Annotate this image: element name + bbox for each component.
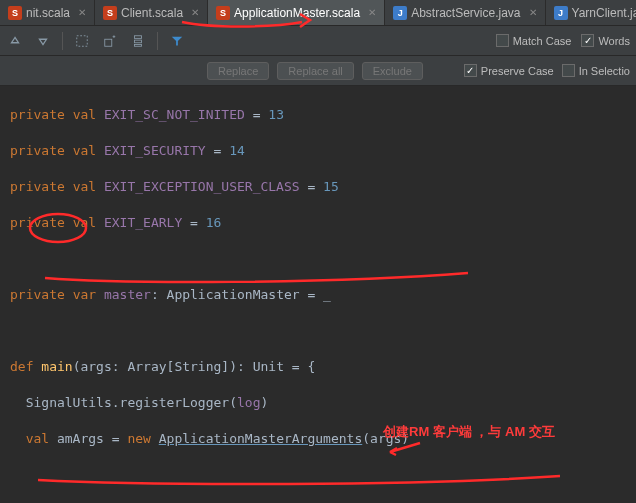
close-icon[interactable]: ✕ [368,7,376,18]
tab-label: YarnClient.jav [572,6,636,20]
scala-file-icon: S [103,6,117,20]
next-match-icon[interactable] [34,32,52,50]
close-icon[interactable]: ✕ [529,7,537,18]
checkbox-label: Words [598,35,630,47]
tab-applicationmaster-scala[interactable]: S ApplicationMaster.scala ✕ [208,0,385,25]
exclude-button[interactable]: Exclude [362,62,423,80]
code-editor[interactable]: private val EXIT_SC_NOT_INITED = 13 priv… [0,86,636,503]
tab-abstractservice-java[interactable]: J AbstractService.java ✕ [385,0,545,25]
select-all-icon[interactable] [73,32,91,50]
svg-rect-4 [135,44,142,46]
replace-toolbar: Replace Replace all Exclude ✓ Preserve C… [0,56,636,86]
tab-label: ApplicationMaster.scala [234,6,360,20]
occurrences-icon[interactable] [129,32,147,50]
scala-file-icon: S [8,6,22,20]
java-file-icon: J [554,6,568,20]
close-icon[interactable]: ✕ [78,7,86,18]
separator [157,32,158,50]
tab-label: Client.scala [121,6,183,20]
preserve-case-checkbox[interactable]: ✓ Preserve Case [464,64,554,77]
checkbox-box [562,64,575,77]
tab-label: AbstractService.java [411,6,520,20]
checkbox-box [496,34,509,47]
tab-client-scala[interactable]: S Client.scala ✕ [95,0,208,25]
tab-label: nit.scala [26,6,70,20]
tab-yarnclient-java[interactable]: J YarnClient.jav [546,0,636,25]
checkbox-box: ✓ [581,34,594,47]
find-toolbar: Match Case ✓ Words [0,26,636,56]
checkbox-label: In Selectio [579,65,630,77]
svg-rect-1 [105,39,112,46]
match-case-checkbox[interactable]: Match Case [496,34,572,47]
separator [62,32,63,50]
scala-file-icon: S [216,6,230,20]
tab-nit-scala[interactable]: S nit.scala ✕ [0,0,95,25]
in-selection-checkbox[interactable]: In Selectio [562,64,630,77]
add-selection-icon[interactable] [101,32,119,50]
words-checkbox[interactable]: ✓ Words [581,34,630,47]
svg-rect-0 [77,35,88,46]
filter-icon[interactable] [168,32,186,50]
close-icon[interactable]: ✕ [191,7,199,18]
prev-match-icon[interactable] [6,32,24,50]
checkbox-label: Preserve Case [481,65,554,77]
svg-rect-3 [135,40,142,43]
java-file-icon: J [393,6,407,20]
replace-button[interactable]: Replace [207,62,269,80]
checkbox-box: ✓ [464,64,477,77]
checkbox-label: Match Case [513,35,572,47]
replace-all-button[interactable]: Replace all [277,62,353,80]
svg-rect-2 [135,35,142,38]
editor-tabs: S nit.scala ✕ S Client.scala ✕ S Applica… [0,0,636,26]
